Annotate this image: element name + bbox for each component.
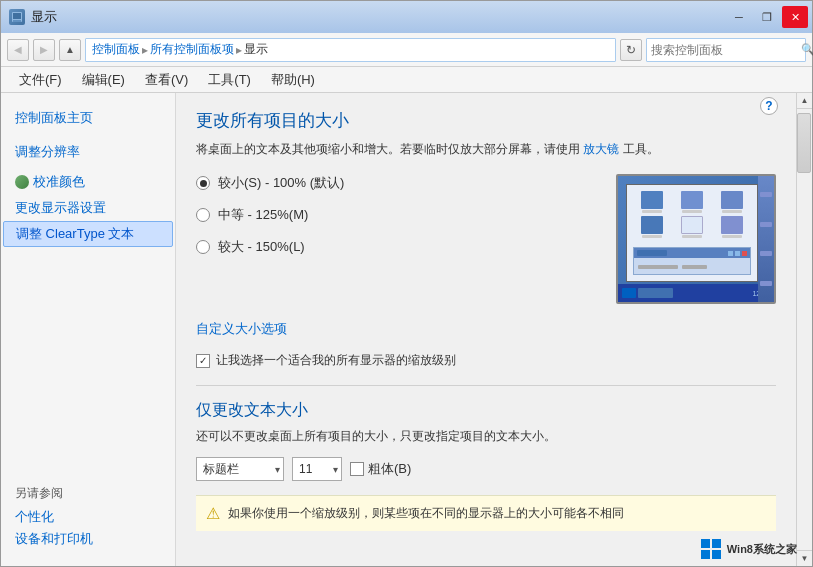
- svg-rect-2: [13, 20, 21, 22]
- preview-icon-1: [633, 191, 670, 213]
- search-box: 🔍: [646, 38, 806, 62]
- preview-icon-2: [673, 191, 710, 213]
- warning-icon: ⚠: [206, 504, 220, 523]
- svg-rect-1: [13, 13, 21, 19]
- section1-desc-text: 将桌面上的文本及其他项缩小和增大。若要临时仅放大部分屏幕，请使用: [196, 142, 580, 156]
- font-size-dropdown[interactable]: 8 9 10 11 12 14: [292, 457, 342, 481]
- preview-start: [622, 288, 636, 298]
- menu-tools[interactable]: 工具(T): [198, 67, 261, 93]
- menu-edit[interactable]: 编辑(E): [72, 67, 135, 93]
- address-path[interactable]: 控制面板 ▸ 所有控制面板项 ▸ 显示: [85, 38, 616, 62]
- close-button[interactable]: ✕: [782, 6, 808, 28]
- radio-small-circle[interactable]: [196, 176, 210, 190]
- monitor-scale-checkbox[interactable]: [196, 354, 210, 368]
- checkbox-row: 让我选择一个适合我的所有显示器的缩放级别: [196, 352, 776, 369]
- sidebar-item-devices[interactable]: 设备和打印机: [15, 528, 161, 550]
- sidebar-section-seealso: 另请参阅 个性化 设备和打印机: [1, 475, 175, 554]
- window-icon: [9, 9, 25, 25]
- calibrate-icon: [15, 175, 29, 189]
- radio-large-circle[interactable]: [196, 240, 210, 254]
- radio-large[interactable]: 较大 - 150%(L): [196, 238, 344, 256]
- preview-screen: [626, 184, 758, 282]
- item-type-dropdown-wrapper: 标题栏 菜单 消息框 调色板标题 图标 工具提示: [196, 457, 284, 481]
- scrollbar-down-button[interactable]: ▼: [797, 550, 812, 566]
- radio-large-label: 较大 - 150%(L): [218, 238, 305, 256]
- path-sep-2: ▸: [236, 43, 242, 57]
- warning-bar: ⚠ 如果你使用一个缩放级别，则某些项在不同的显示器上的大小可能各不相同: [196, 495, 776, 531]
- scrollbar-track[interactable]: [797, 109, 812, 550]
- sidebar-item-display-settings[interactable]: 更改显示器设置: [1, 195, 175, 221]
- win8-logo: [701, 539, 721, 559]
- refresh-button[interactable]: ↻: [620, 39, 642, 61]
- size-controls: 标题栏 菜单 消息框 调色板标题 图标 工具提示 8 9 10 11 12: [196, 457, 776, 481]
- magnifier-link[interactable]: 放大镜: [583, 142, 619, 156]
- win8-tile-2: [712, 539, 721, 548]
- win8-tile-4: [712, 550, 721, 559]
- item-type-dropdown[interactable]: 标题栏 菜单 消息框 调色板标题 图标 工具提示: [196, 457, 284, 481]
- section2-title: 仅更改文本大小: [196, 400, 776, 421]
- menu-view[interactable]: 查看(V): [135, 67, 198, 93]
- menubar: 文件(F) 编辑(E) 查看(V) 工具(T) 帮助(H): [1, 67, 812, 93]
- menu-file[interactable]: 文件(F): [9, 67, 72, 93]
- preview-side: [758, 176, 774, 302]
- forward-button[interactable]: ▶: [33, 39, 55, 61]
- search-input[interactable]: [651, 43, 801, 57]
- restore-button[interactable]: ❐: [754, 6, 780, 28]
- up-button[interactable]: ▲: [59, 39, 81, 61]
- win8-tile-1: [701, 539, 710, 548]
- sidebar-item-cleartype[interactable]: 调整 ClearType 文本: [3, 221, 173, 247]
- content-area: ? 更改所有项目的大小 将桌面上的文本及其他项缩小和增大。若要临时仅放大部分屏幕…: [176, 93, 796, 566]
- custom-size-link[interactable]: 自定义大小选项: [196, 320, 776, 338]
- path-sep-1: ▸: [142, 43, 148, 57]
- help-button[interactable]: ?: [760, 97, 778, 115]
- radio-medium[interactable]: 中等 - 125%(M): [196, 206, 344, 224]
- path-allitems[interactable]: 所有控制面板项: [150, 41, 234, 58]
- divider: [196, 385, 776, 386]
- win8-brand-text: Win8系统之家: [727, 542, 797, 557]
- sidebar-item-resolution[interactable]: 调整分辨率: [1, 139, 175, 165]
- scrollbar-thumb[interactable]: [797, 113, 811, 173]
- radio-small[interactable]: 较小(S) - 100% (默认): [196, 174, 344, 192]
- section1-title: 更改所有项目的大小: [196, 109, 776, 132]
- radio-medium-label: 中等 - 125%(M): [218, 206, 308, 224]
- preview-icon-6: [714, 216, 751, 238]
- search-icon[interactable]: 🔍: [801, 43, 813, 56]
- sidebar-item-personalization[interactable]: 个性化: [15, 506, 161, 528]
- addressbar: ◀ ▶ ▲ 控制面板 ▸ 所有控制面板项 ▸ 显示 ↻ 🔍: [1, 33, 812, 67]
- bold-checkbox[interactable]: [350, 462, 364, 476]
- warning-text: 如果你使用一个缩放级别，则某些项在不同的显示器上的大小可能各不相同: [228, 505, 624, 522]
- bold-label: 粗体(B): [368, 460, 411, 478]
- preview-taskbar-item: [638, 288, 673, 298]
- main-area: 控制面板主页 调整分辨率 校准颜色 更改显示器设置 调整 ClearType 文…: [1, 93, 812, 566]
- main-window: 显示 ─ ❐ ✕ ◀ ▶ ▲ 控制面板 ▸ 所有控制面板项 ▸ 显示 ↻ 🔍 文…: [0, 0, 813, 567]
- path-controlpanel[interactable]: 控制面板: [92, 41, 140, 58]
- sidebar-item-calibrate[interactable]: 校准颜色: [33, 173, 85, 191]
- radio-small-label: 较小(S) - 100% (默认): [218, 174, 344, 192]
- section2-desc: 还可以不更改桌面上所有项目的大小，只更改指定项目的文本大小。: [196, 427, 776, 445]
- minimize-button[interactable]: ─: [726, 6, 752, 28]
- preview-window: [633, 247, 751, 275]
- preview-icon-5: [673, 216, 710, 238]
- menu-help[interactable]: 帮助(H): [261, 67, 325, 93]
- sidebar: 控制面板主页 调整分辨率 校准颜色 更改显示器设置 调整 ClearType 文…: [1, 93, 176, 566]
- win8-tile-3: [701, 550, 710, 559]
- titlebar-controls: ─ ❐ ✕: [726, 6, 808, 28]
- display-preview: 12:00: [616, 174, 776, 304]
- scrollbar-up-button[interactable]: ▲: [797, 93, 812, 109]
- sidebar-item-home[interactable]: 控制面板主页: [1, 105, 175, 131]
- radio-medium-circle[interactable]: [196, 208, 210, 222]
- titlebar: 显示 ─ ❐ ✕: [1, 1, 812, 33]
- win8-brand-name: Win8系统之家: [727, 542, 797, 557]
- path-current: 显示: [244, 41, 268, 58]
- win8-brand: Win8系统之家: [701, 539, 797, 559]
- radio-group: 较小(S) - 100% (默认) 中等 - 125%(M) 较大 - 150%…: [196, 174, 344, 256]
- preview-icon-3: [714, 191, 751, 213]
- preview-taskbar: 12:00: [618, 284, 774, 302]
- size-dropdown-wrapper: 8 9 10 11 12 14: [292, 457, 342, 481]
- back-button[interactable]: ◀: [7, 39, 29, 61]
- titlebar-title: 显示: [31, 8, 57, 26]
- bold-checkbox-row[interactable]: 粗体(B): [350, 460, 411, 478]
- checkbox-label: 让我选择一个适合我的所有显示器的缩放级别: [216, 352, 456, 369]
- preview-icon-4: [633, 216, 670, 238]
- scrollbar: ▲ ▼: [796, 93, 812, 566]
